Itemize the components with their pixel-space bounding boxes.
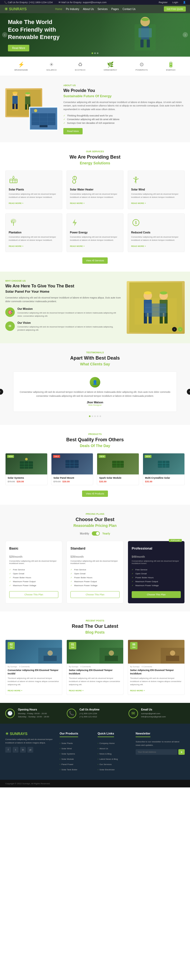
choose-basic-button[interactable]: Choose This Plan (9, 591, 58, 598)
testimonial-prev-button[interactable]: ‹ (0, 389, 3, 395)
choose-standard-button[interactable]: Choose This Plan (70, 591, 120, 598)
service-title: Power Energy (70, 231, 120, 234)
newsletter-submit-button[interactable]: ➤ (179, 749, 185, 755)
why-subtitle: Solar Panel For Your Home (5, 290, 121, 293)
info-email-title: Email Us (141, 708, 166, 711)
register-link[interactable]: Register (159, 1, 168, 4)
footer-link[interactable]: Panel Power (60, 763, 73, 765)
why-next-arrow[interactable]: › (178, 327, 183, 332)
view-all-services-button[interactable]: View All Services (82, 258, 108, 264)
old-price-2: $79.99 (54, 480, 61, 483)
nav-contact[interactable]: Contact Us (123, 8, 136, 11)
footer-link[interactable]: Solar Electrician (97, 768, 115, 771)
svg-point-13 (13, 92, 18, 94)
pricing-card-professional: POPULAR Professional $49/month Consectet… (128, 541, 185, 603)
nav-home[interactable]: Home (55, 8, 62, 11)
hero-cta-button[interactable]: Read More (8, 45, 29, 51)
monthly-option[interactable]: Monthly (80, 532, 89, 535)
blog-date-3: 06 Jun (130, 642, 137, 649)
service-title: Solar Plants (9, 188, 59, 191)
blog-read-more-2[interactable]: READ MORE + (69, 689, 84, 692)
blog-read-more-1[interactable]: READ MORE + (8, 689, 22, 692)
footer-link[interactable]: Latest News & Blog (97, 758, 118, 760)
nav-services[interactable]: Services (97, 8, 107, 11)
email-link[interactable]: Mail Us for Enquiry: support@sunrays.com (61, 1, 106, 4)
footer-quick-links: Company Home About Us News & Blog Latest… (97, 740, 130, 772)
service-card-solar-plants: Solar Plants Consectetur adipiscing elit… (5, 170, 62, 209)
footer-link-item: Solar Electrician (97, 767, 130, 772)
testimonial-next-button[interactable]: › (187, 389, 190, 395)
pricing-subtitle: Reasonable Pricing Plan (5, 523, 185, 528)
service-card-costs: $ Reduced Costs Consectetur adipiscing e… (128, 213, 185, 252)
footer-link-item: Panel Power (60, 761, 93, 767)
service-read-more[interactable]: READ MORE + (70, 245, 85, 247)
service-desc: Consectetur adipiscing elit sed do eiusm… (9, 192, 59, 199)
blog-author-3: By Sunrays (130, 666, 140, 668)
brand-item: 🌿 GREENERGY (104, 61, 117, 71)
testimonials-subtitle: What Clients Say (5, 362, 185, 366)
hero-next-arrow[interactable]: › (183, 32, 188, 37)
nav-pages[interactable]: Pages (111, 8, 119, 11)
svg-rect-85 (105, 656, 118, 661)
testimonial-avatar: 👤 (90, 377, 100, 388)
facebook-icon[interactable]: f (5, 747, 11, 752)
solar-wind-icon (131, 175, 181, 186)
blog-excerpt-2: Tincidunt adipiscing elit sed do eiusmod… (67, 677, 123, 688)
footer-link[interactable]: Solar Tank Boiler (60, 768, 77, 771)
product-card-panel-mount: SALE Solar Panel Mount $79.99 $39.99 (51, 453, 93, 485)
footer-link[interactable]: Solar Plants (60, 742, 73, 745)
view-all-products-button[interactable]: View All Products (82, 490, 108, 497)
why-prev-arrow[interactable]: ‹ (172, 327, 177, 332)
svg-rect-10 (13, 96, 18, 104)
product-badge-4: NEW (145, 455, 152, 458)
footer-link[interactable]: Company Home (97, 742, 115, 745)
svg-rect-25 (40, 125, 48, 127)
login-link[interactable]: Login (172, 1, 178, 4)
choose-professional-button[interactable]: Choose This Plan (132, 591, 181, 598)
service-read-more[interactable]: READ MORE + (70, 202, 85, 204)
svg-rect-54 (145, 304, 166, 317)
service-read-more[interactable]: READ MORE + (9, 202, 24, 204)
about-cta-button[interactable]: Read More (63, 128, 83, 134)
footer-link[interactable]: Solar Wind (60, 748, 72, 750)
blog-read-more-3[interactable]: READ MORE + (130, 689, 145, 692)
svg-rect-70 (112, 461, 124, 468)
blog-image-2: 01 Jun (67, 640, 123, 663)
linkedin-icon[interactable]: in (20, 747, 26, 752)
feature-item: Maximum Power Output (70, 579, 120, 584)
footer-link[interactable]: Solar Module (60, 758, 74, 760)
footer-link-item: Latest News & Blog (97, 756, 130, 761)
service-read-more[interactable]: READ MORE + (9, 245, 24, 247)
newsletter-input[interactable] (136, 749, 177, 755)
toggle-switch[interactable] (92, 531, 100, 536)
svg-rect-75 (158, 461, 169, 468)
blog-comments-2: 0 Comments (80, 666, 91, 668)
plan-price-professional: $49/month (132, 552, 181, 559)
svg-point-18 (25, 92, 30, 94)
service-read-more[interactable]: READ MORE + (131, 245, 146, 247)
footer-link-item: News & Blog (97, 751, 130, 756)
product-name-1: Solar Systems (8, 477, 45, 479)
yearly-option[interactable]: Yearly (102, 532, 110, 535)
product-info-2: Solar Panel Mount $79.99 $39.99 (51, 474, 93, 485)
pricing-card-basic: Basic $29/month Consectetur adipiscing e… (5, 541, 62, 603)
hero-dot-2 (94, 52, 96, 54)
footer-link[interactable]: Our Services (97, 763, 112, 765)
footer-link[interactable]: Solar Systems (60, 752, 75, 755)
nav-about[interactable]: About Us (83, 8, 94, 11)
svg-point-26 (34, 109, 37, 112)
nav-industry[interactable]: Po Industry (66, 8, 80, 11)
twitter-icon[interactable]: t (13, 747, 19, 752)
footer-link[interactable]: About Us (97, 748, 108, 750)
service-read-more[interactable]: READ MORE + (131, 202, 146, 204)
hero-prev-arrow[interactable]: ‹ (2, 32, 7, 37)
footer-bottom: Copyright © 2022 Sunrays. All Rights Res… (0, 780, 190, 788)
why-illustration (129, 282, 182, 332)
footer-link[interactable]: News & Blog (97, 752, 111, 755)
phone-link[interactable]: Call Us for Enquiry: (+01) 1800-1234-123… (8, 1, 53, 4)
brand-item: ⚙ POWERSYS (136, 61, 147, 71)
feature-list-standard: Free Service Open Gmail Power Boiler Hou… (70, 568, 120, 587)
get-quote-button[interactable]: Get Free Quote (164, 6, 186, 11)
youtube-icon[interactable]: yt (27, 747, 33, 752)
feature-item: Free Service (9, 568, 58, 572)
